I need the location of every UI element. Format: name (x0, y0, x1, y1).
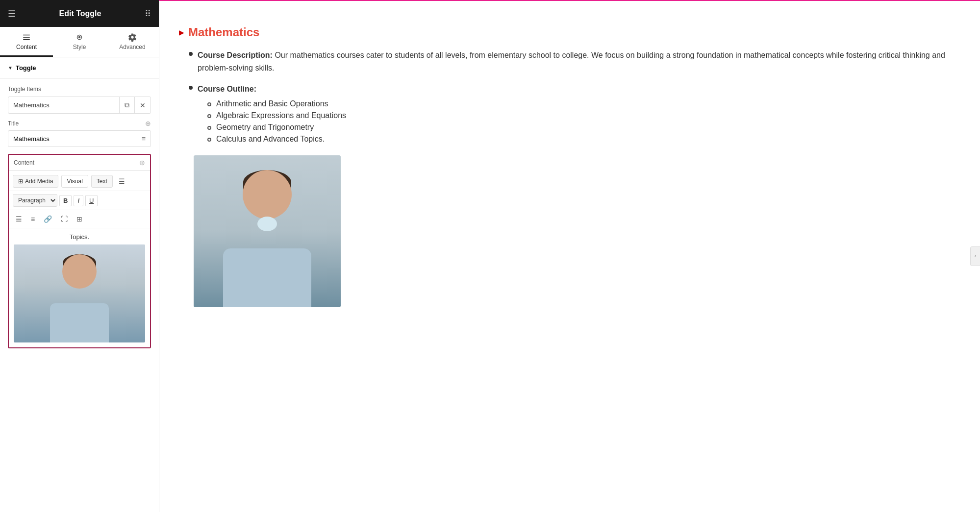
tab-style[interactable]: Style (53, 27, 106, 57)
svg-point-1 (78, 36, 81, 39)
main-image (194, 155, 341, 307)
unordered-list-button[interactable]: ☰ (13, 213, 25, 225)
visual-tab-button[interactable]: Visual (61, 175, 88, 188)
content-body: Course Description: Our mathematics cour… (179, 49, 960, 307)
underline-button[interactable]: U (85, 195, 98, 206)
pink-accent-line (159, 0, 980, 1)
duplicate-button[interactable]: ⧉ (120, 97, 134, 113)
delete-button[interactable]: ✕ (134, 97, 151, 113)
title-input-row: ≡ (8, 130, 151, 147)
title-input-icon[interactable]: ≡ (137, 131, 151, 146)
content-box-settings-icon[interactable]: ⊕ (139, 159, 145, 167)
editor-content[interactable]: Topics. (9, 228, 150, 347)
panel-tabs: Content Style Advanced (0, 27, 159, 57)
person-silhouette (14, 244, 145, 342)
toggle-item-input[interactable] (8, 98, 119, 113)
toggle-item-row: ⧉ ✕ (8, 97, 151, 114)
tab-advanced-label: Advanced (119, 44, 145, 50)
tab-content[interactable]: Content (0, 27, 53, 57)
tab-advanced[interactable]: Advanced (106, 27, 159, 57)
main-image-head (243, 170, 292, 219)
title-settings-icon[interactable]: ⊕ (145, 120, 151, 127)
outline-item-1: Arithmetic and Basic Operations (216, 99, 328, 108)
outline-item-2: Algebraic Expressions and Equations (216, 111, 346, 120)
toggle-item-actions: ⧉ ✕ (119, 97, 151, 113)
main-image-collar (257, 217, 277, 231)
editor-topics-text: Topics. (14, 233, 145, 241)
italic-button[interactable]: I (74, 195, 83, 206)
paragraph-select[interactable]: Paragraph (13, 194, 57, 207)
sub-bullet-4 (207, 138, 211, 142)
more-toolbar-button[interactable]: ☰ (116, 175, 128, 187)
text-tab-label: Text (97, 178, 107, 185)
course-description-text: Course Description: Our mathematics cour… (198, 49, 960, 74)
visual-tab-label: Visual (67, 178, 82, 185)
left-panel: ☰ Edit Toggle ⠿ Content Style Advanced ▼… (0, 0, 159, 512)
list-item: Algebraic Expressions and Equations (207, 111, 346, 120)
person-body (50, 303, 109, 342)
ordered-list-button[interactable]: ≡ (28, 213, 38, 225)
resize-handle[interactable]: ‹ (970, 246, 980, 266)
bold-button[interactable]: B (59, 195, 72, 206)
list-item: Calculus and Advanced Topics. (207, 135, 346, 144)
title-label: Title (8, 120, 19, 127)
panel-header: ☰ Edit Toggle ⠿ (0, 0, 159, 27)
title-input[interactable] (8, 131, 137, 146)
editor-toolbar-top: ⊞ Add Media Visual Text ☰ (9, 171, 150, 191)
panel-body: ▼ Toggle Toggle Items ⧉ ✕ Title ⊕ ≡ (0, 57, 159, 512)
sub-bullet-2 (207, 114, 211, 118)
editor-toolbar-extra: ☰ ≡ 🔗 ⛶ ⊞ (9, 210, 150, 228)
tab-style-label: Style (73, 44, 86, 50)
outline-item-4: Calculus and Advanced Topics. (216, 135, 325, 144)
fullscreen-button[interactable]: ⛶ (58, 213, 71, 225)
content-label: Content (14, 159, 34, 166)
outline-item-3: Geometry and Trigonometry (216, 123, 314, 132)
person-head (62, 254, 97, 289)
content-box: Content ⊕ ⊞ Add Media Visual Text ☰ (8, 154, 151, 348)
toggle-section-header[interactable]: ▼ Toggle (0, 57, 159, 79)
panel-title: Edit Toggle (59, 9, 101, 18)
list-item: Arithmetic and Basic Operations (207, 99, 346, 108)
link-button[interactable]: 🔗 (41, 213, 55, 225)
sub-bullet-1 (207, 102, 211, 106)
bullet-dot-2 (189, 86, 193, 90)
bullet-dot-1 (189, 52, 193, 56)
content-box-header: Content ⊕ (9, 155, 150, 171)
course-outline-content: Course Outline: Arithmetic and Basic Ope… (198, 83, 346, 146)
menu-icon[interactable]: ☰ (8, 8, 16, 19)
grid-icon[interactable]: ⠿ (145, 8, 151, 19)
outline-list: Arithmetic and Basic Operations Algebrai… (198, 99, 346, 144)
text-tab-button[interactable]: Text (91, 175, 113, 188)
add-media-icon: ⊞ (18, 178, 23, 185)
math-section-title: ▶ Mathematics (179, 25, 960, 39)
list-item: Geometry and Trigonometry (207, 123, 346, 132)
editor-image (14, 244, 145, 342)
toggle-arrow: ▼ (8, 65, 13, 71)
course-description-item: Course Description: Our mathematics cour… (189, 49, 960, 74)
course-description-label: Course Description: (198, 51, 273, 59)
title-field-header: Title ⊕ (8, 120, 151, 127)
sub-bullet-3 (207, 126, 211, 130)
add-media-label: Add Media (25, 178, 53, 185)
tab-content-label: Content (16, 44, 37, 50)
course-outline-item: Course Outline: Arithmetic and Basic Ope… (189, 83, 960, 146)
math-section-arrow: ▶ (179, 28, 184, 36)
table-button[interactable]: ⊞ (74, 213, 85, 225)
toggle-section-label: Toggle (16, 64, 36, 72)
course-description-body: Our mathematics courses cater to student… (198, 51, 945, 72)
main-image-body (223, 248, 311, 307)
toggle-section-body: Toggle Items ⧉ ✕ Title ⊕ ≡ C (0, 79, 159, 355)
main-content: ▶ Mathematics Course Description: Our ma… (159, 16, 980, 317)
math-title: Mathematics (188, 25, 259, 39)
add-media-button[interactable]: ⊞ Add Media (13, 175, 58, 188)
main-area: ▶ Mathematics Course Description: Our ma… (159, 0, 980, 512)
toggle-items-label: Toggle Items (8, 86, 151, 93)
course-outline-label: Course Outline: (198, 83, 346, 96)
editor-toolbar-format: Paragraph B I U (9, 191, 150, 210)
